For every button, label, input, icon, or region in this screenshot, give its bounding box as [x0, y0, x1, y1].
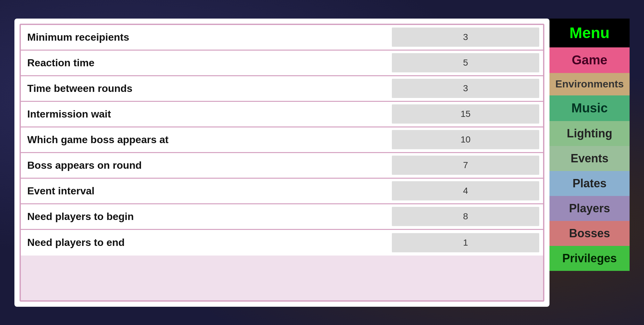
setting-value[interactable]: 3: [392, 28, 539, 47]
setting-row[interactable]: Need players to begin8: [21, 204, 543, 230]
sidebar-btn-game[interactable]: Game: [549, 47, 630, 73]
sidebar-btn-events[interactable]: Events: [549, 146, 630, 171]
sidebar-btn-environments[interactable]: Environments: [549, 73, 630, 95]
setting-value[interactable]: 5: [392, 53, 539, 72]
setting-label: Event interval: [21, 182, 392, 200]
setting-row[interactable]: Intermission wait15: [21, 102, 543, 127]
setting-value[interactable]: 15: [392, 104, 539, 124]
setting-row[interactable]: Event interval4: [21, 179, 543, 204]
sidebar: Menu GameEnvironmentsMusicLightingEvents…: [549, 19, 630, 307]
settings-panel: Minimum receipients3Reaction time5Time b…: [14, 19, 549, 307]
setting-label: Reaction time: [21, 54, 392, 72]
setting-row[interactable]: Reaction time5: [21, 51, 543, 76]
setting-value[interactable]: 7: [392, 156, 539, 175]
setting-label: Need players to begin: [21, 207, 392, 226]
setting-value[interactable]: 10: [392, 130, 539, 149]
menu-title: Menu: [569, 24, 609, 42]
setting-label: Boss appears on round: [21, 156, 392, 175]
sidebar-buttons: GameEnvironmentsMusicLightingEventsPlate…: [549, 47, 630, 271]
setting-label: Time between rounds: [21, 79, 392, 98]
main-container: Minimum receipients3Reaction time5Time b…: [14, 19, 630, 307]
sidebar-btn-bosses[interactable]: Bosses: [549, 221, 630, 246]
setting-label: Minimum receipients: [21, 28, 392, 46]
setting-row[interactable]: Need players to end1: [21, 230, 543, 256]
setting-value[interactable]: 8: [392, 207, 539, 226]
setting-row[interactable]: Boss appears on round7: [21, 153, 543, 179]
sidebar-btn-privileges[interactable]: Privileges: [549, 246, 630, 271]
settings-inner: Minimum receipients3Reaction time5Time b…: [20, 24, 544, 302]
setting-value[interactable]: 1: [392, 233, 539, 252]
setting-row[interactable]: Minimum receipients3: [21, 25, 543, 51]
menu-header: Menu: [549, 19, 630, 47]
setting-label: Which game boss appears at: [21, 131, 392, 149]
setting-row[interactable]: Time between rounds3: [21, 76, 543, 102]
sidebar-btn-music[interactable]: Music: [549, 95, 630, 121]
setting-label: Need players to end: [21, 233, 392, 252]
sidebar-btn-plates[interactable]: Plates: [549, 171, 630, 196]
setting-value[interactable]: 3: [392, 79, 539, 98]
setting-row[interactable]: Which game boss appears at10: [21, 127, 543, 153]
sidebar-btn-lighting[interactable]: Lighting: [549, 121, 630, 146]
setting-value[interactable]: 4: [392, 181, 539, 200]
sidebar-btn-players[interactable]: Players: [549, 196, 630, 221]
setting-label: Intermission wait: [21, 105, 392, 123]
